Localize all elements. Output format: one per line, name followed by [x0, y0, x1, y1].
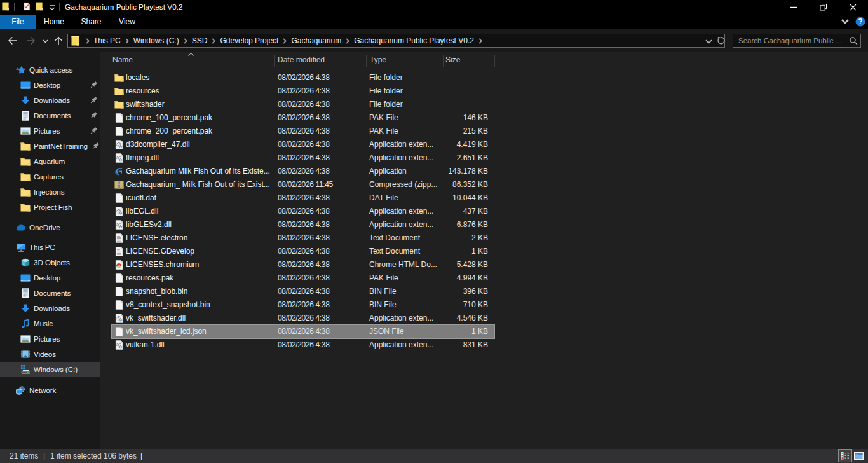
- svg-text:?: ?: [858, 17, 862, 26]
